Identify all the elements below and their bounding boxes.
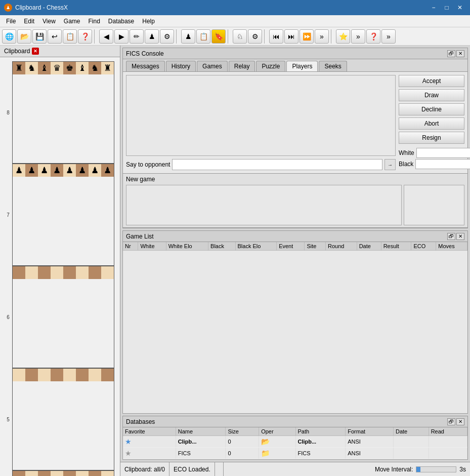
sq-b8[interactable]: ♞ [25, 62, 38, 74]
sq-d5[interactable] [51, 369, 63, 381]
sq-f5[interactable] [76, 369, 89, 381]
databases-close-btn[interactable]: ✕ [456, 418, 464, 425]
sq-b7[interactable]: ♟ [25, 164, 38, 177]
db-col-read[interactable]: Read [429, 427, 467, 436]
sq-a4[interactable] [13, 471, 25, 476]
sq-g6[interactable] [89, 266, 101, 279]
sq-d4[interactable] [51, 471, 63, 476]
clipboard-tab-close[interactable]: ✕ [32, 48, 39, 55]
sq-g7[interactable]: ♟ [89, 164, 101, 177]
sq-h4[interactable] [101, 471, 114, 476]
toolbar-ff-btn[interactable]: ⏩ [300, 29, 314, 44]
tab-messages[interactable]: Messages [126, 61, 165, 71]
sq-c4[interactable] [38, 471, 51, 476]
tab-seeks[interactable]: Seeks [319, 61, 347, 71]
close-button[interactable]: ✕ [454, 3, 466, 13]
accept-btn[interactable]: Accept [399, 75, 464, 87]
db-col-format[interactable]: Format [346, 427, 394, 436]
menu-find[interactable]: Find [84, 17, 104, 26]
db-col-name[interactable]: Name [176, 427, 226, 436]
db-row-0[interactable]: ★ Clipb... 0 📂 Clipb... ANSI [123, 436, 467, 448]
sq-f4[interactable] [76, 471, 89, 476]
toolbar-help-btn[interactable]: ❓ [78, 29, 92, 44]
sq-e5[interactable] [63, 369, 76, 381]
toolbar-settings-btn[interactable]: ⚙ [160, 29, 174, 44]
sq-d7[interactable]: ♟ [51, 164, 63, 177]
tab-puzzle[interactable]: Puzzle [256, 61, 285, 71]
new-game-main-area[interactable] [126, 185, 402, 225]
sq-d6[interactable] [51, 266, 63, 279]
toolbar-start-btn[interactable]: ⏮ [269, 29, 283, 44]
menu-game[interactable]: Game [60, 17, 84, 26]
game-list-close-btn[interactable]: ✕ [456, 233, 464, 240]
sq-h6[interactable] [101, 266, 114, 279]
col-white-elo[interactable]: White Elo [166, 242, 208, 251]
sq-g4[interactable] [89, 471, 101, 476]
toolbar-open-btn[interactable]: 📂 [17, 29, 31, 44]
white-input[interactable] [416, 148, 470, 158]
toolbar-back-btn[interactable]: ↩ [48, 29, 62, 44]
sq-a5[interactable] [13, 369, 25, 381]
toolbar-edit-btn[interactable]: ✏ [130, 29, 144, 44]
col-moves[interactable]: Moves [436, 242, 467, 251]
databases-restore-btn[interactable]: 🗗 [447, 418, 455, 425]
toolbar-gear2-btn[interactable]: ⚙ [248, 29, 262, 44]
sq-a6[interactable] [13, 266, 25, 279]
decline-btn[interactable]: Decline [399, 103, 464, 115]
sq-b6[interactable] [25, 266, 38, 279]
toolbar-q-btn[interactable]: ❓ [366, 29, 380, 44]
sq-a7[interactable]: ♟ [13, 164, 25, 177]
minimize-button[interactable]: − [428, 3, 440, 13]
col-nr[interactable]: Nr [123, 242, 138, 251]
toolbar-end-btn[interactable]: ⏭ [284, 29, 298, 44]
black-input[interactable] [415, 159, 470, 169]
sq-d8[interactable]: ♛ [51, 62, 63, 74]
toolbar-next-btn[interactable]: ▶ [114, 29, 129, 44]
resign-btn[interactable]: Resign [399, 132, 464, 144]
fics-close-btn[interactable]: ✕ [456, 50, 464, 57]
toolbar-chess2-btn[interactable]: ♟ [181, 29, 195, 44]
move-interval-bar[interactable] [416, 466, 456, 472]
col-eco[interactable]: ECO [411, 242, 436, 251]
sq-g8[interactable]: ♞ [89, 62, 101, 74]
message-area[interactable] [126, 75, 396, 156]
fics-restore-btn[interactable]: 🗗 [447, 50, 455, 57]
draw-btn[interactable]: Draw [399, 89, 464, 101]
sq-e8[interactable]: ♚ [63, 62, 76, 74]
menu-database[interactable]: Database [104, 17, 138, 26]
col-date[interactable]: Date [357, 242, 381, 251]
game-list-content[interactable]: Nr White White Elo Black Black Elo Event… [123, 242, 467, 413]
maximize-button[interactable]: □ [441, 3, 453, 13]
say-send-btn[interactable]: → [384, 159, 396, 170]
toolbar-more-btn[interactable]: » [315, 29, 329, 44]
sq-e7[interactable]: ♟ [63, 164, 76, 177]
sq-h5[interactable] [101, 369, 114, 381]
toolbar-star-btn[interactable]: ⭐ [336, 29, 350, 44]
col-event[interactable]: Event [277, 242, 305, 251]
sq-e4[interactable] [63, 471, 76, 476]
tab-history[interactable]: History [166, 61, 196, 71]
menu-help[interactable]: Help [138, 17, 159, 26]
toolbar-book-btn[interactable]: 🔖 [211, 29, 226, 44]
menu-view[interactable]: View [38, 17, 60, 26]
col-black-elo[interactable]: Black Elo [235, 242, 277, 251]
sq-e6[interactable] [63, 266, 76, 279]
toolbar-piece-btn[interactable]: ♟ [145, 29, 159, 44]
sq-c7[interactable]: ♟ [38, 164, 51, 177]
sq-c8[interactable]: ♝ [38, 62, 51, 74]
tab-players[interactable]: Players [286, 61, 318, 71]
sq-c6[interactable] [38, 266, 51, 279]
say-input[interactable] [172, 159, 382, 170]
db-row-1[interactable]: ★ FICS 0 📁 FICS ANSI [123, 448, 467, 459]
toolbar-copy-btn[interactable]: 📋 [63, 29, 77, 44]
db-col-favorite[interactable]: Favorite [123, 427, 176, 436]
col-site[interactable]: Site [305, 242, 326, 251]
sq-h7[interactable]: ♟ [101, 164, 114, 177]
toolbar-more3-btn[interactable]: » [381, 29, 396, 44]
toolbar-new-btn[interactable]: 🌐 [2, 29, 16, 44]
sq-g5[interactable] [89, 369, 101, 381]
toolbar-clip-btn[interactable]: 📋 [196, 29, 210, 44]
col-black[interactable]: Black [208, 242, 235, 251]
abort-btn[interactable]: Abort [399, 117, 464, 130]
game-list-restore-btn[interactable]: 🗗 [447, 233, 455, 240]
